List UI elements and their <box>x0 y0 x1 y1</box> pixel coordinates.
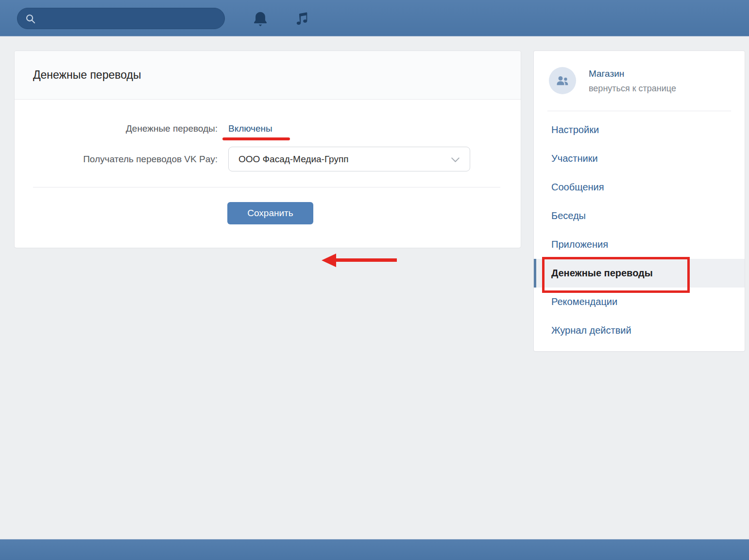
search-icon <box>25 13 36 24</box>
sidebar-item-0[interactable]: Настройки <box>534 116 745 144</box>
sidebar-item-label: Журнал действий <box>551 325 631 336</box>
music-button[interactable] <box>293 10 311 28</box>
panel-body: Денежные переводы: Включены Получатель п… <box>15 100 521 247</box>
panel-header: Денежные переводы <box>15 51 521 100</box>
vk-pay-recipient-value: ООО Фасад-Медиа-Групп <box>238 154 349 164</box>
sidebar-item-label: Приложения <box>551 239 608 250</box>
sidebar-item-4[interactable]: Приложения <box>534 230 745 259</box>
sidebar-item-label: Беседы <box>551 210 586 221</box>
search-field <box>17 8 225 29</box>
chevron-down-icon <box>449 153 461 166</box>
community-profile-texts: Магазин вернуться к странице <box>589 67 676 94</box>
transfers-status-link[interactable]: Включены <box>228 122 272 135</box>
vk-pay-recipient-select[interactable]: ООО Фасад-Медиа-Групп <box>228 147 470 171</box>
community-profile-block: Магазин вернуться к странице <box>534 51 745 94</box>
sidebar-item-label: Сообщения <box>551 182 604 192</box>
red-arrow-shaft <box>335 258 397 262</box>
sidebar-divider <box>547 111 731 111</box>
red-arrow-head <box>322 254 336 267</box>
community-avatar[interactable] <box>549 67 576 94</box>
top-navigation-bar <box>0 0 749 36</box>
sidebar-menu: Настройки Участники Сообщения Беседы При… <box>534 116 745 345</box>
transfers-status-label: Денежные переводы: <box>15 122 218 135</box>
sidebar-item-label: Участники <box>551 153 598 164</box>
community-people-icon <box>555 73 570 88</box>
sidebar-item-5-active[interactable]: Денежные переводы <box>534 259 745 288</box>
sidebar-item-6[interactable]: Рекомендации <box>534 288 745 316</box>
search-input[interactable] <box>36 8 224 29</box>
notifications-button[interactable] <box>252 10 269 28</box>
bell-icon <box>252 11 269 27</box>
page-title: Денежные переводы <box>33 68 141 82</box>
community-name-link[interactable]: Магазин <box>589 68 676 79</box>
sidebar-item-label: Денежные переводы <box>551 268 653 278</box>
sidebar-item-label: Рекомендации <box>551 296 617 307</box>
red-underline-annotation <box>222 137 290 140</box>
red-arrow-annotation <box>322 254 412 267</box>
bottom-bar <box>0 539 749 560</box>
money-transfers-panel: Денежные переводы Денежные переводы: Вкл… <box>15 51 521 248</box>
sidebar-item-3[interactable]: Беседы <box>534 202 745 230</box>
sidebar-item-7[interactable]: Журнал действий <box>534 316 745 345</box>
sidebar-item-1[interactable]: Участники <box>534 144 745 173</box>
sidebar-item-2[interactable]: Сообщения <box>534 173 745 202</box>
sidebar-item-label: Настройки <box>551 124 599 135</box>
recipient-label: Получатель переводов VK Pay: <box>15 153 218 166</box>
music-note-icon <box>294 11 310 27</box>
form-divider <box>33 187 500 187</box>
back-to-page-link[interactable]: вернуться к странице <box>589 84 676 94</box>
sidebar: Магазин вернуться к странице Настройки У… <box>534 51 745 351</box>
save-button[interactable]: Сохранить <box>227 202 313 224</box>
